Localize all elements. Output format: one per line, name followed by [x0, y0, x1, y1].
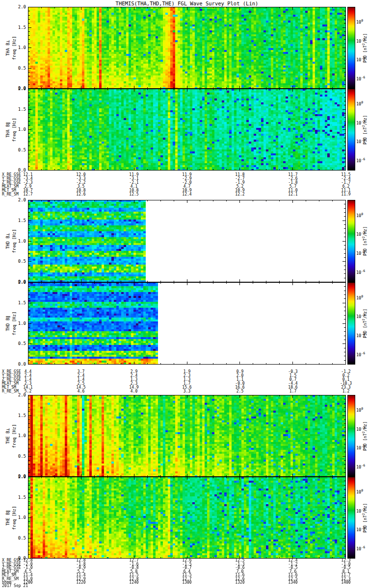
colorbar-axis-label-text: PSD [nT2/Hz]	[362, 503, 368, 532]
freq-axis-label: freq [Hz]	[11, 424, 18, 448]
colorbar-axis-label-text: PSD [nT2/Hz]	[362, 309, 368, 338]
ephemeris-value: 12.7	[17, 193, 39, 196]
panel-name-label: THE B∥	[5, 506, 11, 530]
colorbar-axis-label-thd-bperp: PSD [nT2/Hz]	[361, 200, 368, 282]
spectrogram-the-bperp	[28, 395, 346, 477]
colorbar-axis-label-the-bpar: PSD [nT2/Hz]	[361, 477, 368, 559]
ephemeris-value: 1320	[229, 581, 251, 585]
ephemeris-value: 4.0	[123, 390, 145, 393]
ephemeris-value: 1.7	[282, 390, 304, 393]
ephemeris-value: 1.2	[335, 390, 357, 393]
panel-ylabel-text: THD B⊥freq [Hz]	[5, 229, 18, 253]
panel-ylabel-the-bpar: THE B∥freq [Hz]	[3, 477, 20, 559]
panel-ylabel-the-bperp: THE B⊥freq [Hz]	[3, 395, 20, 477]
colorbar-axis-label-text: PSD [nT2/Hz]	[362, 115, 368, 144]
ephemeris-value: 12.1	[282, 193, 304, 196]
colorbar-axis-label-text: PSD [nT2/Hz]	[362, 226, 368, 256]
ephemeris-row-label-r_re_sm: R_RE_SM	[2, 193, 19, 196]
freq-axis-label: freq [Hz]	[11, 312, 18, 336]
panel-ylabel-text: THE B∥freq [Hz]	[5, 506, 18, 530]
colorbar-tha-bperp	[347, 7, 355, 89]
freq-axis-label: freq [Hz]	[11, 118, 18, 142]
colorbar-axis-label-text: PSD [nT2/Hz]	[362, 421, 368, 450]
freq-axis-label: freq [Hz]	[11, 36, 18, 60]
spectrogram-thd-bpar	[28, 282, 346, 365]
ephemeris-value: 12.5	[123, 193, 145, 196]
ephemeris-value: 1400	[335, 581, 357, 585]
spectrogram-thd-bperp	[28, 200, 346, 282]
ephemeris-value: 1220	[70, 581, 92, 585]
ephemeris-value: 12.4	[176, 193, 198, 196]
panel-name-label: THD B∥	[5, 312, 11, 336]
freq-axis-label: freq [Hz]	[11, 229, 18, 253]
panel-ylabel-text: THD B∥freq [Hz]	[5, 312, 18, 336]
ephemeris-value: 3.3	[176, 390, 198, 393]
plot-title: THEMIS(THA,THD,THE) FGL Wave Survey Plot…	[28, 0, 346, 6]
colorbar-axis-label-the-bperp: PSD [nT2/Hz]	[361, 395, 368, 477]
ephemeris-value: 2.5	[229, 390, 251, 393]
colorbar-tha-bpar	[347, 89, 355, 171]
colorbar-axis-label-thd-bpar: PSD [nT2/Hz]	[361, 282, 368, 365]
panel-name-label: THD B⊥	[5, 229, 11, 253]
ephemeris-value: 12.6	[70, 193, 92, 196]
panel-ylabel-text: THA B∥freq [Hz]	[5, 118, 18, 142]
ephemeris-value: 5.2	[17, 390, 39, 393]
panel-ylabel-tha-bperp: THA B⊥freq [Hz]	[3, 7, 20, 89]
colorbar-thd-bperp	[347, 200, 355, 282]
ephemeris-row-label-r_re_sm: R_RE_SM	[2, 390, 19, 393]
ephemeris-value: 4.6	[70, 390, 92, 393]
colorbar-the-bpar	[347, 477, 355, 559]
panel-name-label: THE B⊥	[5, 424, 11, 448]
colorbar-the-bperp	[347, 395, 355, 477]
spectrogram-tha-bperp	[28, 7, 346, 89]
colorbar-axis-label-text: PSD [nT2/Hz]	[362, 33, 368, 62]
ephemeris-value: 11.9	[335, 193, 357, 196]
ephemeris-value: 1240	[123, 581, 145, 585]
freq-axis-label: freq [Hz]	[11, 506, 18, 530]
ephemeris-value: 1340	[282, 581, 304, 585]
ephemeris-value: 1300	[176, 581, 198, 585]
panel-name-label: THA B⊥	[5, 36, 11, 60]
panel-ylabel-text: THA B⊥freq [Hz]	[5, 36, 18, 60]
colorbar-thd-bpar	[347, 282, 355, 365]
panel-name-label: THA B∥	[5, 118, 11, 142]
spectrogram-the-bpar	[28, 477, 346, 559]
panel-ylabel-tha-bpar: THA B∥freq [Hz]	[3, 89, 20, 171]
ephemeris-value: 12.2	[229, 193, 251, 196]
colorbar-axis-label-tha-bpar: PSD [nT2/Hz]	[361, 89, 368, 171]
date-label: 2017 Sep 21	[2, 584, 28, 588]
colorbar-axis-label-tha-bperp: PSD [nT2/Hz]	[361, 7, 368, 89]
panel-ylabel-text: THE B⊥freq [Hz]	[5, 424, 18, 448]
spectrogram-tha-bpar	[28, 89, 346, 171]
panel-ylabel-thd-bpar: THD B∥freq [Hz]	[3, 282, 20, 365]
wave-survey-plot: THEMIS(THA,THD,THE) FGL Wave Survey Plot…	[0, 0, 368, 588]
panel-ylabel-thd-bperp: THD B⊥freq [Hz]	[3, 200, 20, 282]
